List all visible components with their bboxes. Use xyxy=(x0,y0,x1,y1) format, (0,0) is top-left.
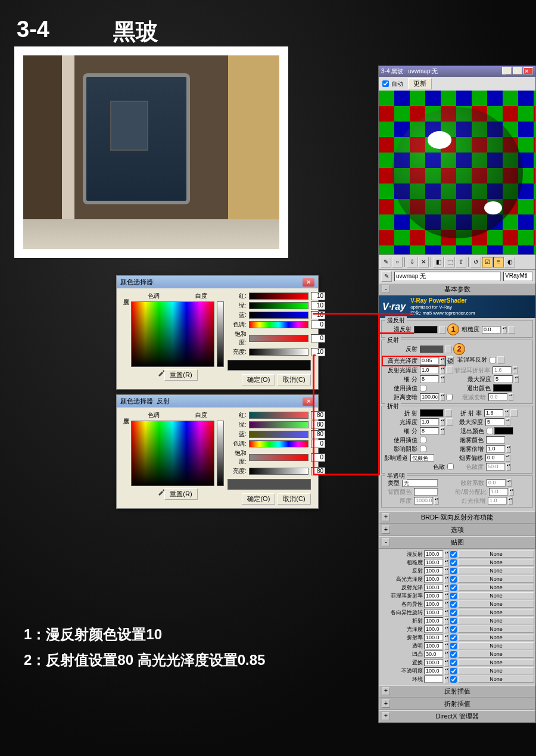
map-button[interactable] xyxy=(445,409,452,417)
cancel-button[interactable]: 取消(C) xyxy=(278,374,310,385)
lock-button[interactable]: 锁 xyxy=(447,356,454,364)
map-value-input[interactable]: 100.0 xyxy=(424,567,443,574)
type-select[interactable]: 无 xyxy=(402,479,438,487)
exit-color-checkbox[interactable] xyxy=(487,428,493,434)
map-value-input[interactable]: 100.0 xyxy=(424,617,443,624)
close-button[interactable]: ✕ xyxy=(523,67,533,74)
map-slot-button[interactable]: None xyxy=(458,626,534,633)
map-enable-checkbox[interactable] xyxy=(450,593,457,599)
use-interp-checkbox[interactable] xyxy=(420,437,426,443)
spinner[interactable]: ▴▾ xyxy=(507,479,512,487)
spinner[interactable]: ▴▾ xyxy=(440,418,445,426)
ior-input[interactable]: 1.6 xyxy=(484,409,503,417)
roughness-map-button[interactable] xyxy=(508,326,515,334)
map-enable-checkbox[interactable] xyxy=(450,634,457,641)
red-input[interactable]: 10 xyxy=(311,292,325,300)
spinner[interactable]: ▴▾ xyxy=(514,375,519,383)
green-slider[interactable] xyxy=(249,421,308,428)
section-options[interactable]: 选项 xyxy=(379,524,535,536)
map-value-input[interactable]: 100.0 xyxy=(424,550,443,558)
cancel-button[interactable]: 取消(C) xyxy=(278,493,310,505)
update-button[interactable]: 更新 xyxy=(408,78,432,89)
map-button[interactable] xyxy=(446,418,453,426)
spinner[interactable]: ▴▾ xyxy=(444,567,449,575)
hilight-gloss-spinner[interactable]: ▴▾ xyxy=(440,357,445,365)
spinner[interactable]: ▴▾ xyxy=(444,676,449,683)
map-slot-button[interactable]: None xyxy=(458,601,534,608)
map-slot-button[interactable]: None xyxy=(458,592,534,599)
map-value-input[interactable] xyxy=(424,676,443,683)
spinner[interactable]: ▴▾ xyxy=(444,592,449,600)
map-slot-button[interactable]: None xyxy=(458,567,534,574)
map-slot-button[interactable]: None xyxy=(458,667,534,674)
map-value-input[interactable]: 100.0 xyxy=(424,609,443,616)
scatter-input[interactable]: 0.0 xyxy=(487,479,506,487)
back-color-swatch[interactable] xyxy=(414,488,438,496)
tool-select-icon[interactable]: ⬚ xyxy=(444,257,455,267)
dim-falloff-input[interactable]: 0.0 xyxy=(488,393,507,401)
map-slot-button[interactable]: None xyxy=(458,642,534,649)
spinner[interactable]: ▴▾ xyxy=(444,667,449,675)
blue-slider[interactable] xyxy=(249,312,308,319)
spinner[interactable]: ▴▾ xyxy=(440,393,445,401)
uvw-input[interactable]: uvwmap:无 xyxy=(394,272,501,281)
auto-checkbox[interactable] xyxy=(382,80,389,87)
tool-options-icon[interactable]: ☑ xyxy=(482,257,493,267)
map-enable-checkbox[interactable] xyxy=(450,626,457,633)
map-slot-button[interactable]: None xyxy=(458,659,534,666)
spinner[interactable]: ▴▾ xyxy=(444,617,449,625)
spinner[interactable]: ▴▾ xyxy=(509,488,514,496)
map-enable-checkbox[interactable] xyxy=(450,576,457,583)
subdivs-input[interactable]: 8 xyxy=(420,375,439,383)
eyedropper-icon[interactable] xyxy=(157,369,164,377)
val-slider[interactable] xyxy=(249,468,308,475)
dialog-titlebar[interactable]: 颜色选择器: 反射 ✕ xyxy=(117,395,318,407)
red-slider[interactable] xyxy=(249,412,308,419)
green-slider[interactable] xyxy=(249,302,308,309)
hilight-gloss-input[interactable]: 0.85 xyxy=(420,357,439,365)
spinner[interactable]: ▴▾ xyxy=(440,366,445,374)
exit-color-swatch[interactable] xyxy=(494,427,513,435)
spinner[interactable]: ▴▾ xyxy=(444,634,449,642)
section-reflect-interp[interactable]: 反射插值 xyxy=(379,685,535,698)
spinner[interactable]: ▴▾ xyxy=(509,393,513,401)
tool-assign-icon[interactable]: ⇩ xyxy=(407,257,417,267)
map-enable-checkbox[interactable] xyxy=(450,643,457,649)
exit-color-swatch[interactable] xyxy=(493,384,512,392)
map-enable-checkbox[interactable] xyxy=(450,659,457,666)
map-value-input[interactable]: 100.0 xyxy=(424,667,443,674)
fog-bias-input[interactable]: 0.0 xyxy=(485,454,504,462)
material-preview[interactable] xyxy=(379,91,535,254)
map-value-input[interactable]: 30.0 xyxy=(424,651,443,658)
reset-button[interactable]: 重置(R) xyxy=(164,489,197,500)
section-refract-interp[interactable]: 折射插值 xyxy=(379,698,535,710)
map-value-input[interactable]: 100.0 xyxy=(424,634,443,641)
map-enable-checkbox[interactable] xyxy=(450,618,457,624)
ok-button[interactable]: 确定(O) xyxy=(242,493,275,505)
map-slot-button[interactable]: None xyxy=(458,676,534,683)
spinner[interactable]: ▴▾ xyxy=(506,445,511,453)
spinner[interactable]: ▴▾ xyxy=(440,427,445,435)
map-enable-checkbox[interactable] xyxy=(450,651,457,658)
blue-slider[interactable] xyxy=(249,431,308,438)
eyedropper-icon[interactable]: ✎ xyxy=(381,271,392,282)
hue-sat-field[interactable] xyxy=(131,421,214,486)
dispersion-checkbox[interactable] xyxy=(447,463,454,470)
map-slot-button[interactable]: None xyxy=(458,559,534,566)
dim-dist-input[interactable]: 100.0c xyxy=(420,393,439,401)
spinner[interactable]: ▴▾ xyxy=(506,418,510,426)
map-slot-button[interactable]: None xyxy=(458,617,534,624)
spinner[interactable]: ▴▾ xyxy=(444,559,449,567)
spinner[interactable]: ▴▾ xyxy=(444,550,449,558)
val-slider[interactable] xyxy=(249,349,308,356)
roughness-input[interactable]: 0.0 xyxy=(482,326,501,334)
sat-slider[interactable] xyxy=(249,335,308,342)
max-depth-input[interactable]: 5 xyxy=(494,375,513,383)
spinner[interactable]: ▴▾ xyxy=(508,497,513,505)
refract-swatch[interactable] xyxy=(420,409,444,417)
dispersion-val-input[interactable]: 50.0 xyxy=(486,463,505,471)
dialog-titlebar[interactable]: 颜色选择器: ✕ xyxy=(117,276,318,288)
map-button[interactable] xyxy=(446,366,453,374)
map-value-input[interactable]: 100.0 xyxy=(424,626,443,633)
tool-show-icon[interactable]: ◧ xyxy=(433,257,444,267)
